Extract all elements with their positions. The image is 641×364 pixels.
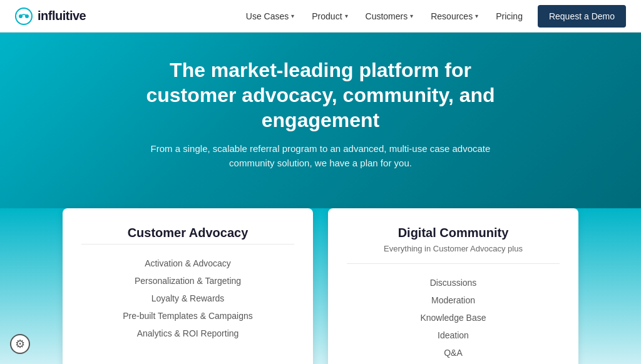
card-1-features: Activation & Advocacy Personalization & … — [81, 255, 294, 342]
nav-pricing[interactable]: Pricing — [496, 11, 523, 21]
logo[interactable]: influitive — [15, 8, 86, 25]
list-item: Personalization & Targeting — [81, 272, 294, 290]
list-item: Pre-built Templates & Campaigns — [81, 307, 294, 325]
hero-subheading: From a single, scalable referral program… — [145, 141, 496, 171]
header: influitive Use Cases ▾ Product ▾ Custome… — [0, 0, 641, 33]
nav-customers[interactable]: Customers ▾ — [366, 11, 414, 21]
list-item: Discussions — [347, 274, 560, 291]
hero-heading: The market-leading platform for customer… — [126, 58, 515, 133]
settings-icon-wrapper[interactable]: ⚙ — [10, 334, 30, 354]
list-item: Knowledge Base — [347, 309, 560, 326]
influitive-logo-icon — [15, 8, 33, 25]
chevron-down-icon: ▾ — [345, 13, 348, 19]
list-item: Q&A — [347, 344, 560, 361]
main-nav: Use Cases ▾ Product ▾ Customers ▾ Resour… — [246, 11, 523, 21]
list-item: Ideation — [347, 326, 560, 344]
list-item: Analytics & ROI Reporting — [81, 325, 294, 342]
pricing-cards-section: Customer Advocacy Activation & Advocacy … — [0, 208, 641, 365]
request-demo-button[interactable]: Request a Demo — [538, 5, 626, 28]
card-2-subtitle: Everything in Customer Advocacy plus — [384, 244, 523, 253]
logo-text: influitive — [38, 9, 86, 23]
card-1-title: Customer Advocacy — [128, 226, 249, 240]
list-item: Loyalty & Rewards — [81, 290, 294, 307]
nav-use-cases[interactable]: Use Cases ▾ — [246, 11, 294, 21]
card-2-title: Digital Community — [398, 226, 509, 240]
chevron-down-icon: ▾ — [475, 13, 478, 19]
chevron-down-icon: ▾ — [410, 13, 413, 19]
card-2-features: Discussions Moderation Knowledge Base Id… — [347, 274, 560, 361]
card-1-divider — [81, 244, 294, 245]
list-item: Moderation — [347, 291, 560, 309]
card-2-divider — [347, 263, 560, 264]
svg-point-0 — [16, 8, 32, 24]
nav-product[interactable]: Product ▾ — [312, 11, 347, 21]
chevron-down-icon: ▾ — [291, 13, 294, 19]
digital-community-card: Digital Community Everything in Customer… — [328, 208, 578, 365]
list-item: Activation & Advocacy — [81, 255, 294, 272]
gear-icon[interactable]: ⚙ — [10, 334, 30, 354]
nav-resources[interactable]: Resources ▾ — [431, 11, 478, 21]
hero-section: The market-leading platform for customer… — [0, 33, 641, 208]
customer-advocacy-card: Customer Advocacy Activation & Advocacy … — [63, 208, 313, 365]
